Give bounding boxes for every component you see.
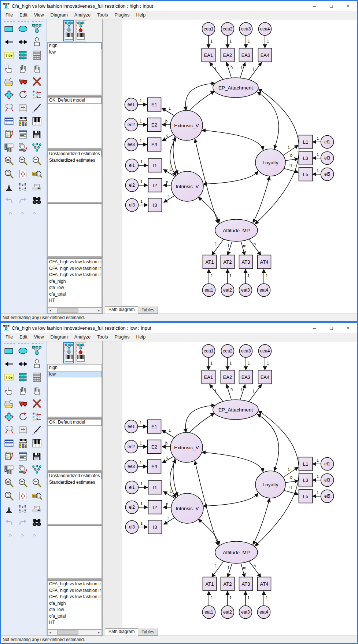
scroll-left-icon[interactable]: ◀ — [48, 631, 53, 634]
fit-to-page-icon[interactable] — [18, 491, 28, 501]
move-parameter-icon[interactable] — [4, 425, 14, 435]
variables-in-model-icon[interactable] — [18, 50, 28, 61]
reflect-icon[interactable] — [32, 411, 42, 422]
save-icon[interactable] — [32, 451, 42, 462]
draw-unique-variable-icon[interactable] — [32, 359, 42, 369]
menu-file[interactable]: File — [2, 334, 16, 340]
move-objects-icon[interactable] — [4, 89, 14, 100]
path-arrow[interactable] — [248, 384, 262, 403]
path-arrow[interactable] — [248, 560, 261, 577]
move-parameter-icon[interactable] — [4, 103, 14, 113]
duplicate-icon[interactable] — [4, 398, 14, 409]
draw-ellipse-icon[interactable] — [18, 345, 28, 356]
tab-tables[interactable]: Tables — [138, 307, 158, 314]
path-arrow[interactable] — [212, 560, 224, 577]
redo-icon[interactable] — [18, 195, 28, 206]
tab-tables[interactable]: Tables — [138, 629, 158, 636]
group-item-low[interactable]: low — [48, 371, 102, 378]
menu-view[interactable]: View — [31, 12, 47, 18]
covariance-arrow[interactable] — [185, 83, 215, 110]
path-arrow[interactable] — [284, 168, 298, 172]
drag-properties-icon[interactable] — [18, 464, 28, 475]
tab-path-diagram[interactable]: Path diagram — [105, 306, 138, 314]
view-input-diagram-button[interactable] — [63, 20, 74, 41]
covariance-arrow[interactable] — [202, 130, 263, 150]
draw-covariance-icon[interactable] — [18, 359, 28, 369]
loupe-icon[interactable]: BC — [32, 491, 42, 501]
search-icon[interactable] — [32, 517, 42, 528]
clipboard-icon[interactable] — [4, 451, 14, 462]
touch-up-icon[interactable] — [32, 425, 42, 435]
draw-ellipse-icon[interactable] — [18, 23, 28, 34]
object-properties-icon[interactable] — [4, 464, 14, 475]
scrollbar-thumb[interactable] — [57, 630, 78, 635]
menu-analyze[interactable]: Analyze — [71, 12, 94, 18]
calculate-estimates-icon[interactable] — [32, 116, 42, 127]
path-arrow[interactable] — [241, 241, 245, 255]
maximize-button[interactable]: □ — [328, 3, 335, 9]
group-item-high[interactable]: high — [48, 43, 102, 49]
covariance-arrow[interactable] — [198, 197, 219, 223]
fit-to-page-icon[interactable] — [18, 169, 28, 179]
figure-title-icon[interactable]: Title — [4, 372, 14, 383]
zoom-page-icon[interactable] — [4, 169, 14, 179]
analysis-properties-icon[interactable] — [18, 438, 28, 449]
covariance-arrow[interactable] — [202, 452, 263, 472]
preserve-symmetries-icon[interactable] — [32, 142, 42, 153]
drawing-canvas[interactable]: 11111hij1111bc1111ef1111pq11111lmnEP_Att… — [103, 19, 357, 314]
deselect-all-icon[interactable] — [32, 63, 42, 74]
file-item-cfa-high-vs-low-fashion-innova[interactable]: CFA_high vs low fashion innova — [48, 594, 102, 600]
move-icon[interactable] — [18, 398, 28, 409]
variables-in-model-icon[interactable] — [18, 372, 28, 383]
bayesian-icon[interactable] — [4, 182, 14, 193]
tab-path-diagram[interactable]: Path diagram — [105, 628, 138, 636]
path-arrow[interactable] — [285, 159, 298, 161]
file-item-cfa-high[interactable]: cfa_high — [48, 600, 102, 607]
zoom-select-icon[interactable] — [4, 477, 14, 488]
model-item-ok-default-model[interactable]: OK: Default model — [48, 97, 102, 104]
file-item-cfa-high-vs-low-fashion-innova[interactable]: CFA_high vs low fashion innova — [48, 272, 102, 278]
estimate-item-unstandardized-estimates[interactable]: Unstandardized estimates — [48, 151, 102, 157]
view-output-diagram-button[interactable] — [75, 342, 86, 363]
scroll-right-icon[interactable]: ▶ — [96, 631, 102, 634]
analysis-properties-icon[interactable] — [18, 116, 28, 127]
file-item-cfa-total[interactable]: cfa_total — [48, 291, 102, 298]
save-icon[interactable] — [32, 129, 42, 140]
path-arrow[interactable] — [210, 384, 224, 403]
text-output-icon[interactable] — [18, 451, 28, 462]
view-input-diagram-button[interactable] — [63, 342, 74, 363]
path-arrow[interactable] — [210, 62, 224, 81]
preserve-symmetries-icon[interactable] — [32, 464, 42, 475]
group-item-low[interactable]: low — [48, 49, 102, 56]
estimate-item-standardized-estimates[interactable]: Standardized estimates — [48, 157, 102, 164]
undo-icon[interactable] — [4, 195, 14, 206]
rotate-icon[interactable] — [18, 89, 28, 100]
covariance-arrow[interactable] — [203, 493, 258, 506]
minimize-button[interactable]: ─ — [311, 3, 318, 9]
file-item-cfa-low[interactable]: cfa_low — [48, 607, 102, 613]
minimize-button[interactable]: ─ — [311, 325, 318, 331]
file-item-cfa-high-vs-low-fashion-innova[interactable]: CFA_high vs low fashion innova — [48, 588, 102, 594]
object-properties-icon[interactable] — [4, 142, 14, 153]
move-objects-icon[interactable] — [4, 411, 14, 422]
menu-analyze[interactable]: Analyze — [71, 334, 94, 340]
reflect-icon[interactable] — [32, 89, 42, 100]
erase-icon[interactable] — [32, 398, 42, 409]
draw-indicator-icon[interactable] — [32, 23, 42, 34]
file-item-cfa-high-vs-low-fashion-innova[interactable]: CFA_high vs low fashion innova — [48, 259, 102, 266]
scroll-diagram-icon[interactable] — [18, 425, 28, 435]
data-files-icon[interactable] — [4, 116, 14, 127]
draw-path-icon[interactable] — [4, 37, 14, 47]
menu-help[interactable]: Help — [133, 334, 149, 340]
covariance-arrow[interactable] — [257, 92, 279, 149]
covariance-arrow[interactable] — [198, 519, 219, 545]
file-item-cfa-low[interactable]: cfa_low — [48, 285, 102, 291]
file-item-ht[interactable]: HT — [48, 297, 102, 304]
close-button[interactable]: × — [345, 325, 351, 331]
file-item-ht[interactable]: HT — [48, 619, 102, 626]
toolbar-overflow-markers[interactable]: ▷▷▷ — [4, 211, 47, 215]
file-item-cfa-total[interactable]: cfa_total — [48, 613, 102, 620]
estimate-item-unstandardized-estimates[interactable]: Unstandardized estimates — [48, 473, 102, 479]
draw-unique-variable-icon[interactable] — [32, 37, 42, 47]
covariance-arrow[interactable] — [185, 405, 215, 432]
